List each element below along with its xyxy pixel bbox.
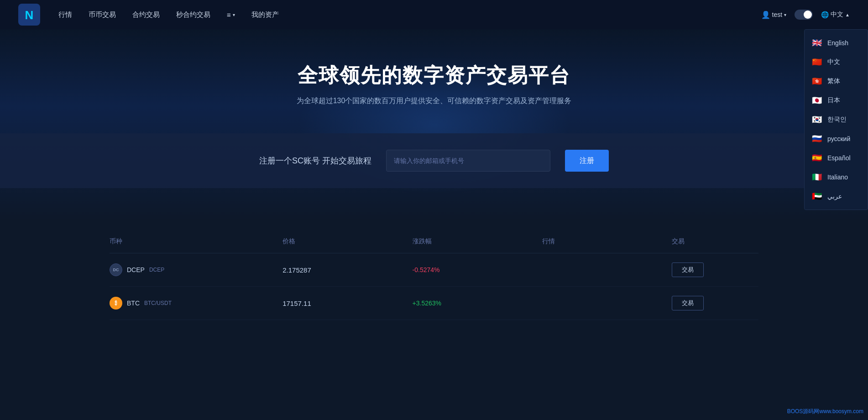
coin-icon-btc: ₿	[110, 297, 122, 310]
register-section: 注册一个SC账号 开始交易旅程 注册	[0, 133, 868, 188]
navbar: N 行情 币币交易 合约交易 秒合约交易 ≡ ▾ 我的资产 👤 test ▾ 🌐…	[0, 0, 868, 29]
coin-name-dcep: DCEP	[127, 266, 145, 273]
lang-spanish[interactable]: 🇪🇸 Español	[805, 148, 868, 168]
lang-korean-label: 한국인	[827, 116, 847, 124]
globe-icon: 🌐	[821, 11, 829, 18]
lang-english[interactable]: 🇬🇧 English	[805, 33, 868, 52]
coin-pair-dcep: DCEP	[149, 267, 164, 273]
lang-japanese-label: 日本	[827, 96, 840, 105]
col-header-change: 涨跌幅	[413, 237, 542, 246]
table-section: 币种 价格 涨跌幅 行情 交易 DC DCEP DCEP 2.175287 -0…	[0, 221, 868, 338]
flag-spanish: 🇪🇸	[812, 153, 823, 163]
nav-links: 行情 币币交易 合约交易 秒合约交易 ≡ ▾ 我的资产	[58, 10, 761, 19]
coin-cell-btc: ₿ BTC BTC/USDT	[110, 297, 282, 310]
table-row: DC DCEP DCEP 2.175287 -0.5274% 交易	[110, 253, 758, 287]
lang-english-label: English	[827, 39, 848, 47]
nav-contract-trade[interactable]: 合约交易	[132, 10, 160, 19]
username: test	[772, 11, 783, 18]
flag-arabic: 🇦🇪	[812, 191, 823, 201]
price-dcep: 2.175287	[282, 266, 412, 274]
flag-korean: 🇰🇷	[812, 115, 823, 125]
flag-russian: 🇷🇺	[812, 134, 823, 144]
trade-cell-dcep: 交易	[672, 262, 758, 277]
flag-chinese: 🇨🇳	[812, 57, 823, 67]
lang-chevron: ▲	[845, 12, 850, 17]
lang-spanish-label: Español	[827, 154, 851, 162]
lang-italian-label: Italiano	[827, 173, 848, 181]
table-row: ₿ BTC BTC/USDT 17157.11 +3.5263% 交易	[110, 287, 758, 320]
watermark: BOOS源码网www.boosym.com	[787, 408, 863, 415]
lang-traditional-label: 繁体	[827, 77, 840, 85]
change-btc: +3.5263%	[413, 299, 542, 307]
lang-italian[interactable]: 🇮🇹 Italiano	[805, 168, 868, 187]
register-label: 注册一个SC账号 开始交易旅程	[259, 155, 371, 166]
nav-user[interactable]: 👤 test ▾	[761, 10, 787, 19]
current-lang: 中文	[831, 10, 843, 19]
nav-my-assets[interactable]: 我的资产	[251, 10, 279, 19]
col-header-market: 行情	[542, 237, 672, 246]
logo[interactable]: N	[18, 4, 40, 26]
svg-text:N: N	[25, 8, 34, 22]
hero-title: 全球领先的数字资产交易平台	[298, 62, 570, 89]
price-btc: 17157.11	[282, 299, 412, 307]
lang-chinese[interactable]: 🇨🇳 中文	[805, 52, 868, 72]
col-header-price: 价格	[282, 237, 412, 246]
hero-subtitle: 为全球超过130个国家的数百万用户提供安全、可信赖的数字资产交易及资产管理服务	[297, 96, 572, 106]
coin-pair-btc: BTC/USDT	[144, 300, 172, 306]
register-input[interactable]	[386, 150, 550, 172]
lang-traditional[interactable]: 🇭🇰 繁体	[805, 72, 868, 91]
user-chevron: ▾	[784, 12, 786, 17]
flag-italian: 🇮🇹	[812, 172, 823, 182]
lang-japanese[interactable]: 🇯🇵 日本	[805, 91, 868, 110]
lang-arabic[interactable]: 🇦🇪 عربي	[805, 187, 868, 206]
coin-name-btc: BTC	[127, 299, 140, 307]
lang-russian[interactable]: 🇷🇺 русский	[805, 129, 868, 148]
theme-toggle[interactable]	[795, 10, 813, 20]
lang-korean[interactable]: 🇰🇷 한국인	[805, 110, 868, 129]
flag-japanese: 🇯🇵	[812, 95, 823, 105]
trade-btn-dcep[interactable]: 交易	[672, 262, 704, 277]
trade-btn-btc[interactable]: 交易	[672, 296, 704, 310]
flag-traditional: 🇭🇰	[812, 76, 823, 86]
register-button[interactable]: 注册	[565, 150, 609, 172]
nav-second-contract[interactable]: 秒合约交易	[176, 10, 210, 19]
col-header-coin: 币种	[110, 237, 282, 246]
lang-arabic-label: عربي	[827, 193, 842, 200]
hero-section: 全球领先的数字资产交易平台 为全球超过130个国家的数百万用户提供安全、可信赖的…	[0, 29, 868, 221]
nav-coin-trade[interactable]: 币币交易	[89, 10, 116, 19]
lang-russian-label: русский	[827, 135, 850, 142]
user-icon: 👤	[761, 10, 770, 19]
nav-market[interactable]: 行情	[58, 10, 72, 19]
lang-chinese-label: 中文	[827, 58, 840, 66]
lang-dropdown: 🇬🇧 English 🇨🇳 中文 🇭🇰 繁体 🇯🇵 日本 🇰🇷 한국인 🇷🇺 р…	[804, 29, 868, 210]
table-header: 币种 价格 涨跌幅 行情 交易	[110, 230, 758, 253]
nav-menu[interactable]: ≡ ▾	[227, 10, 235, 19]
coin-icon-dcep: DC	[110, 263, 122, 276]
lang-selector[interactable]: 🌐 中文 ▲	[821, 10, 850, 19]
trade-cell-btc: 交易	[672, 296, 758, 310]
col-header-trade: 交易	[672, 237, 758, 246]
change-dcep: -0.5274%	[413, 266, 542, 273]
nav-right: 👤 test ▾ 🌐 中文 ▲	[761, 10, 850, 20]
coin-cell-dcep: DC DCEP DCEP	[110, 263, 282, 276]
flag-english: 🇬🇧	[812, 38, 823, 48]
